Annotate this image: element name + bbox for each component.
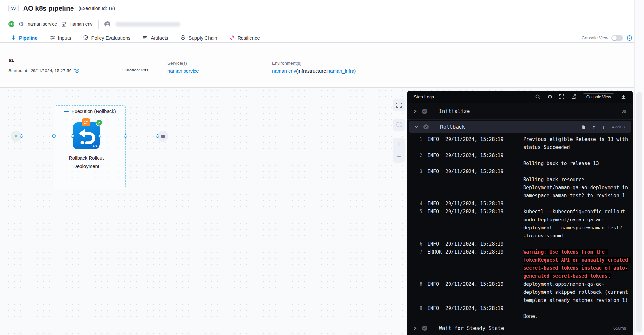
panel-console-view-button[interactable]: Console View — [583, 93, 614, 100]
log-level: INFO — [427, 135, 440, 144]
log-level: INFO — [427, 240, 440, 248]
header-meta-row: ⚙ naman service naman env — [8, 19, 180, 29]
log-entry: 2INFO29/11/2024, 15:28:19 Rolling back t… — [407, 152, 633, 168]
open-in-new-tab-icon[interactable] — [571, 94, 577, 100]
step-logs-panel: Step Logs ⚙ Console View — [407, 91, 633, 335]
scrollbar-thumb[interactable] — [636, 92, 642, 333]
collapse-group-button[interactable] — [64, 111, 69, 112]
redacted-user-text — [115, 22, 180, 27]
step-name: Rollback — [440, 124, 465, 130]
canvas-fullscreen-button[interactable] — [393, 99, 405, 111]
infrastructure-suffix: ) — [354, 68, 356, 74]
user-avatar — [104, 21, 110, 27]
download-logs-icon[interactable] — [620, 94, 626, 100]
log-level: INFO — [427, 304, 440, 312]
infrastructure-link[interactable]: naman_infra — [327, 68, 354, 74]
zoom-controls: + − — [393, 138, 405, 163]
duration-label: Duration: — [122, 68, 140, 72]
play-icon — [14, 134, 18, 138]
log-lines[interactable]: 1INFO29/11/2024, 15:28:19Previous eligib… — [407, 133, 633, 321]
step-logs-header: Step Logs ⚙ Console View — [407, 91, 633, 103]
step-row-rollback[interactable]: Rollback ↑ ↓ 422ms — [409, 121, 631, 133]
step-name: Wait for Steady State — [439, 325, 504, 331]
environment-link[interactable]: naman env — [272, 68, 296, 74]
duration-value: 29s — [141, 68, 149, 72]
tab-policy-evaluations[interactable]: Policy Evaluations — [80, 33, 133, 42]
started-label: Started at: — [8, 68, 28, 73]
execution-id: (Execution Id: 18) — [78, 6, 115, 11]
tab-pipeline-label: Pipeline — [19, 35, 38, 41]
tab-supply-chain[interactable]: Supply Chain — [178, 33, 220, 42]
tab-resilience[interactable]: Resilience — [227, 33, 262, 42]
step-row-wait-for-steady-state[interactable]: Wait for Steady State 658ms — [407, 321, 633, 335]
service-link[interactable]: naman service — [167, 68, 199, 74]
stage-started: Started at: 29/11/2024, 15:27:56 — [8, 68, 80, 74]
log-fullscreen-icon[interactable] — [559, 94, 565, 100]
step-success-icon — [423, 124, 429, 130]
step-row-initialize[interactable]: Initialize 3s — [407, 103, 633, 120]
step-duration: 3s — [621, 109, 626, 114]
version-badge: v0 — [8, 5, 19, 12]
page-scrollbar[interactable] — [634, 0, 644, 335]
log-message: Rolling back to release 13 — [523, 152, 630, 168]
search-icon[interactable] — [535, 94, 541, 100]
edge-start-to-group — [21, 136, 54, 136]
tab-pipeline[interactable]: Pipeline — [8, 33, 40, 42]
environments-label: Environment(s) — [272, 61, 356, 66]
copy-logs-icon[interactable] — [581, 125, 586, 129]
log-line-number: 2 — [417, 152, 422, 160]
info-icon[interactable] — [626, 35, 632, 41]
log-message: Warning: Use tokens from the TokenReques… — [523, 248, 630, 280]
log-line-number: 8 — [417, 280, 422, 288]
title-row: v0 AO k8s pipeline (Execution Id: 18) — [8, 5, 115, 12]
group-label-row: Execution (Rollback) — [54, 108, 125, 114]
group-label: Execution (Rollback) — [71, 108, 116, 114]
log-level: INFO — [427, 168, 440, 176]
stage-duration: Duration: 29s — [122, 68, 148, 72]
header-service-name[interactable]: naman service — [28, 22, 57, 27]
tab-inputs[interactable]: Inputs — [47, 33, 74, 42]
tab-policy-evaluations-label: Policy Evaluations — [91, 35, 130, 41]
step-logs-actions: ⚙ Console View — [535, 93, 626, 100]
tab-artifacts[interactable]: Artifacts — [140, 33, 171, 42]
chevron-down-icon[interactable] — [414, 125, 418, 129]
started-value: 29/11/2024, 15:27:56 — [31, 68, 71, 73]
console-view-toggle-area: Console View — [582, 33, 632, 43]
log-line-number: 7 — [417, 248, 422, 256]
execution-history-icon[interactable] — [74, 68, 80, 74]
log-message: Done. — [523, 304, 630, 321]
stage-summary-bar: s1 Started at: 29/11/2024, 15:27:56 Dura… — [0, 43, 644, 88]
step-success-badge — [96, 119, 103, 126]
step-success-icon — [422, 325, 428, 331]
log-message: kubectl --kubeconfig=config rollout undo… — [523, 208, 630, 240]
zoom-in-button[interactable]: + — [397, 141, 401, 148]
log-line-number: 6 — [417, 240, 422, 248]
connector-dot — [124, 134, 127, 138]
resilience-icon — [230, 35, 235, 41]
tab-artifacts-label: Artifacts — [151, 35, 168, 41]
log-settings-icon[interactable]: ⚙ — [547, 94, 553, 100]
zoom-out-button[interactable]: − — [397, 153, 401, 160]
log-entry: 4INFO29/11/2024, 15:28:19 — [407, 200, 633, 208]
step-logs-title: Step Logs — [414, 94, 434, 99]
step-name: Initialize — [439, 108, 470, 114]
chevron-right-icon[interactable] — [413, 326, 417, 330]
log-entry: 8INFO29/11/2024, 15:28:19deployment.apps… — [407, 280, 633, 304]
scroll-up-icon[interactable]: ↑ — [592, 124, 596, 130]
canvas-selection-button[interactable] — [393, 119, 405, 131]
console-view-toggle[interactable] — [611, 35, 623, 41]
log-entry: 7ERROR29/11/2024, 15:28:19Warning: Use t… — [407, 248, 633, 280]
stage-name[interactable]: s1 — [8, 57, 14, 63]
pipeline-icon — [11, 35, 16, 41]
log-message: Previous eligible Release is 13 with sta… — [523, 135, 630, 152]
log-line-number: 3 — [417, 168, 422, 176]
step-node-label[interactable]: Rollback Rollout Deployment — [63, 154, 109, 171]
log-level: INFO — [427, 208, 440, 216]
log-timestamp: 29/11/2024, 15:28:19 — [445, 135, 523, 144]
log-timestamp: 29/11/2024, 15:28:19 — [445, 248, 523, 256]
scroll-down-icon[interactable]: ↓ — [602, 124, 605, 130]
header-environment-name[interactable]: naman env — [70, 22, 92, 27]
edge-group-to-end — [126, 136, 158, 136]
rollout-strategy-badge — [82, 118, 90, 126]
chevron-right-icon[interactable] — [413, 109, 417, 113]
